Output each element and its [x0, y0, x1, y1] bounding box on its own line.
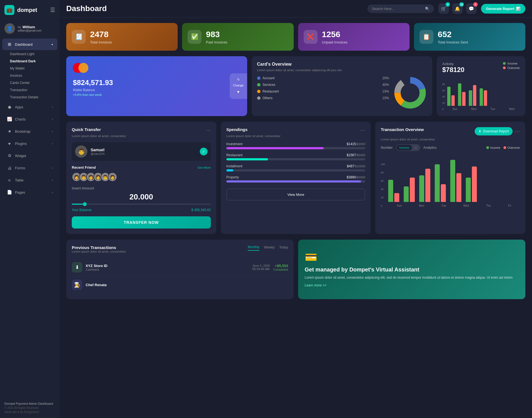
progress-fill-investment: [226, 147, 324, 149]
sidebar-item-dashboard[interactable]: ⊞ Dashboard ▾: [2, 39, 57, 50]
footer-title: Dompet Payment Admin Dashboard: [4, 402, 55, 405]
sidebar-item-plugins[interactable]: ♥ Plugins ›: [2, 138, 57, 149]
search-input[interactable]: [372, 7, 423, 11]
change-button[interactable]: ↻ Change ▾: [230, 73, 247, 99]
chat-badge: 5: [473, 2, 478, 7]
view-more-button[interactable]: View More: [226, 189, 365, 201]
io-outcome: Outcome: [503, 146, 520, 149]
stat-label-total: Total Invoices: [90, 40, 112, 44]
transfer-name: Samuel: [91, 148, 104, 152]
va-learn-more-link[interactable]: Learn more >>: [305, 283, 519, 287]
cart-button[interactable]: 🛒2: [438, 3, 449, 14]
logo-text: dompet: [17, 7, 37, 13]
cards-overview: Card's Overview Lorem ipsum dolor sit am…: [252, 56, 433, 116]
friend-av-6[interactable]: 👩: [108, 172, 117, 182]
sidebar-item-charts[interactable]: 📈 Charts ›: [2, 113, 57, 125]
forms-icon: 🖨: [7, 165, 12, 171]
progress-bar-investment: [226, 147, 365, 149]
dashboard-icon: ⊞: [7, 42, 12, 47]
logo-icon: 💼: [4, 5, 14, 15]
messages-button[interactable]: 💬5: [466, 3, 477, 14]
spending-item-property: Property $3890/$4000: [226, 175, 365, 183]
sidebar-item-pages[interactable]: 📄 Pages ›: [2, 186, 57, 198]
pt-info-2: Chef Renata: [86, 283, 288, 287]
virtual-assistant-card: 💳 Get managed by Dompet's Virtual Assist…: [298, 240, 526, 299]
quick-transfer-title: Quick Transfer: [72, 127, 101, 132]
big-y-axis: 100806040200: [381, 163, 387, 207]
transaction-chart-area: 100806040200: [381, 155, 520, 207]
amount-display: 20.000: [72, 193, 211, 201]
chevron-right-icon: ›: [52, 179, 53, 182]
middle-row: $824,571.93 Wallet Balance +0,8% than la…: [66, 56, 525, 116]
legend-list: Account 20% Services 40% Restaurant 15%: [257, 76, 389, 109]
spendings-menu[interactable]: ⋯: [360, 127, 365, 133]
pages-icon: 📄: [7, 189, 12, 195]
sub-item-dashboard-dark[interactable]: Dashboard Dark: [10, 58, 60, 65]
legend-item-services: Services 40%: [257, 83, 389, 87]
balance-row: Your Balance $ 456,345.62: [72, 208, 211, 212]
charts-icon: 📈: [7, 116, 12, 122]
sub-item-transaction-details[interactable]: Transaction Details: [10, 94, 60, 101]
hamburger-icon[interactable]: ☰: [50, 7, 55, 13]
big-bar-mon-income: [404, 186, 409, 202]
spending-header-investment: Investment $1415/$2000: [226, 142, 365, 146]
generate-report-button[interactable]: Generate Report 📊: [481, 4, 525, 14]
sidebar-item-bootstrap[interactable]: ★ Bootstrap ›: [2, 125, 57, 137]
transaction-overview-header: Transaction Overview ⬇ Download Report ⋯: [381, 127, 520, 135]
topbar-icons: 🛒2 🔔12 💬5: [438, 3, 477, 14]
sub-item-cards-center[interactable]: Cards Center: [10, 79, 60, 86]
search-bar: 🔍: [367, 4, 434, 13]
notifications-button[interactable]: 🔔12: [452, 3, 463, 14]
arrow-down-icon: ▾: [237, 89, 239, 94]
recent-friends-header: Recent Friend See More: [72, 165, 211, 170]
sub-item-dashboard-light[interactable]: Dashboard Light: [10, 50, 60, 58]
sidebar-logo: 💼 dompet ☰: [0, 0, 60, 20]
sub-item-invoices[interactable]: Invoices: [10, 72, 60, 79]
see-more-link[interactable]: See More: [198, 166, 211, 169]
wallet-change: +0,8% than last week: [73, 93, 241, 96]
bar-sun-outcome: [451, 95, 455, 106]
stat-info-sent: 652 Total Invoices Sent: [438, 30, 468, 44]
transaction-overview-card: Transaction Overview ⬇ Download Report ⋯…: [375, 122, 525, 234]
sub-item-transaction[interactable]: Transaction: [10, 86, 60, 94]
pt-tab-today[interactable]: Today: [279, 245, 288, 250]
spending-header-installment: Installment $487/$10000: [226, 164, 365, 168]
quick-transfer-menu[interactable]: ⋯: [206, 127, 211, 133]
bar-mon-outcome: [462, 92, 466, 106]
search-icon: 🔍: [425, 7, 429, 11]
io-income: Income: [486, 146, 500, 149]
sidebar-item-table[interactable]: ≡ Table ›: [2, 174, 57, 186]
sub-item-my-wallet[interactable]: My Wallet: [10, 65, 60, 72]
bar-chart: [447, 78, 520, 106]
transaction-overview-title-wrap: Transaction Overview: [381, 127, 424, 132]
number-filter[interactable]: Number: [381, 146, 393, 150]
sidebar-item-forms[interactable]: 🖨 Forms ›: [2, 162, 57, 174]
user-name: William: [22, 25, 35, 29]
page-title: Dashboard: [66, 4, 363, 13]
analytics-toggle[interactable]: Income ○: [396, 144, 420, 151]
footer-credit: Made with ♥ by DesignZone: [4, 411, 55, 414]
transfer-now-button[interactable]: TRANSFER NOW: [72, 216, 211, 229]
cards-overview-title: Card's Overview: [257, 62, 427, 67]
big-bar-fri-income: [466, 178, 471, 202]
sidebar-item-apps[interactable]: ⬤ Apps ›: [2, 101, 57, 113]
stat-icon-unpaid: ❌: [304, 30, 318, 44]
bar-tue-income: [469, 90, 472, 106]
slider-thumb[interactable]: [83, 202, 87, 206]
stat-icon-sent: 📋: [420, 30, 433, 44]
analytics-label: Income: [397, 145, 412, 150]
download-report-button[interactable]: ⬇ Download Report: [475, 127, 513, 135]
sidebar-label-dashboard: Dashboard: [15, 42, 49, 47]
mc-right: [78, 63, 88, 73]
analytics-option[interactable]: ○: [412, 145, 420, 150]
sidebar-item-widget[interactable]: ⚙ Widget: [2, 150, 57, 161]
chart-x-labels: SunMonTueWed: [447, 107, 520, 111]
pt-tab-weekly[interactable]: Weekly: [264, 245, 275, 250]
pt-tab-monthly[interactable]: Monthly: [248, 245, 259, 251]
transaction-overview-menu[interactable]: ⋯: [515, 128, 520, 134]
bar-chart-wrap: SunMonTueWed: [447, 76, 520, 111]
prev-row: Previous Transactions Lorem ipsum dolor …: [66, 240, 525, 299]
progress-fill-installment: [226, 169, 233, 171]
outcome-legend: Outcome: [503, 66, 520, 70]
sidebar-label-pages: Pages: [15, 190, 49, 194]
